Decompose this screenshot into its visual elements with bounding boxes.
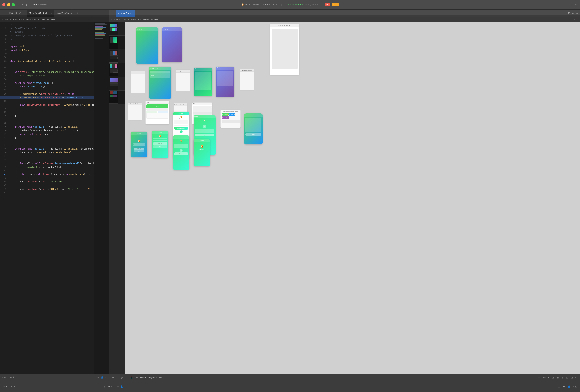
nav-fwd-icon[interactable]: ‹ [3, 12, 5, 14]
minimize-button[interactable] [7, 3, 10, 6]
status-person2-icon[interactable]: 👤 [568, 386, 571, 388]
code-line-6: 6 [0, 41, 94, 45]
minimap-content [94, 22, 109, 40]
minimap [94, 22, 109, 374]
breadcrumb-rootvc[interactable]: RootViewController [22, 18, 40, 20]
nav-controller-lower-left[interactable]: Navigation Controller [128, 102, 142, 121]
sb-bottom-icon5[interactable]: 📱 [129, 376, 134, 379]
scene-crumbs-logo[interactable]: Crumbs 🍞 Crumbs [194, 139, 210, 166]
scene-chat[interactable]: What type of strategy works for you? Agg… [220, 110, 241, 128]
storyboard-fwd1-icon[interactable]: ‹ [112, 12, 114, 14]
sb-zoom-out-icon[interactable]: − [537, 376, 540, 379]
status-grid-icon[interactable]: ⊞ [575, 386, 577, 388]
status-filter-icon2[interactable]: ⊞ [558, 386, 560, 388]
scene-content[interactable]: Content [162, 27, 182, 62]
thumbnail-4[interactable] [109, 63, 125, 77]
nav-back-icon[interactable]: ✕ [0, 12, 3, 14]
traffic-lights[interactable] [2, 3, 15, 6]
sb-bottom-icon3[interactable]: ◎ [120, 376, 123, 379]
nav-fwd2-icon[interactable]: › [5, 12, 7, 14]
person-icon[interactable]: 👤 [101, 376, 103, 379]
back-icon[interactable]: ‹ [18, 3, 20, 6]
sb-inspector-icon5[interactable]: □ [575, 376, 578, 379]
tab-storyboard-main[interactable]: ⊠ Main (Base) [116, 9, 135, 17]
scene-nav-top-right[interactable]: Navigation Controller [270, 24, 299, 75]
storyboard-canvas[interactable]: Update Content Navigation Controller [125, 22, 580, 374]
forward-icon[interactable]: › [21, 3, 24, 6]
sb-bottom-icon1[interactable]: ⊞ [111, 376, 115, 379]
sb-close-icon[interactable]: ✕ [576, 18, 578, 21]
scene-account-list[interactable]: Update Account Friends Withdraw Balance [149, 67, 171, 99]
close-button[interactable] [2, 3, 5, 6]
scene-update[interactable]: Update [136, 27, 158, 64]
status-filter-label[interactable]: Filter [107, 386, 112, 388]
thumbnail-1[interactable] [109, 22, 125, 36]
thumbnail-3[interactable] [109, 49, 125, 63]
breadcrumb-viewdidload[interactable]: viewDidLoad() [42, 18, 55, 20]
storyboard-back-icon[interactable]: ✕ [109, 12, 112, 14]
storyboard-icon2[interactable]: ≡ [572, 11, 574, 15]
status-filter-icon[interactable]: ⊞ [104, 386, 105, 388]
sb-inspector-icon3[interactable]: ⊞ [565, 376, 569, 379]
nav-controller-mid-left[interactable]: Nav [131, 71, 145, 93]
storyboard-fwd2-icon[interactable]: › [114, 12, 116, 14]
tab-mode-close[interactable]: ✕ [50, 12, 52, 14]
status-eye2-icon[interactable]: 👁 [117, 386, 119, 388]
scene-login-form[interactable]: Crumbs 🍞 Login → Sign Up [173, 135, 189, 170]
sidebar-toggle-icon[interactable]: ⊞ [25, 3, 28, 6]
sb-nav-back-icon[interactable]: ‹ [570, 18, 573, 21]
sb-inspector-icon2[interactable]: ⊞ [561, 376, 564, 379]
code-with-minimap: 1 // 2 // RootViewController.swift 3 // … [0, 22, 109, 374]
eye-icon[interactable]: 👁 [9, 377, 11, 379]
status-info-icon[interactable]: ℹ [14, 386, 15, 388]
sb-crumb-main-base[interactable]: Main (Base) [138, 18, 148, 20]
code-line-14: 14 var items = ["History", "Dashboard", … [0, 70, 94, 74]
sb-inspector-icon1[interactable]: ⊞ [556, 376, 560, 379]
maximize-button[interactable] [12, 3, 15, 6]
scene-login-1[interactable]: Crumbs 🍞 Sign Up Login [131, 132, 147, 157]
sb-bottom-icon2[interactable]: ℹ [116, 376, 118, 379]
scene-teal-mid[interactable]: Nav [194, 68, 212, 96]
add-tab-icon[interactable]: + [569, 3, 572, 6]
code-line-44: 44 cell.textLabel?.text = "\(name)" [0, 180, 94, 184]
sb-crumb-crumbs2[interactable]: Crumbs [122, 18, 129, 20]
code-line-16: 16 [0, 78, 94, 81]
info-icon[interactable]: ℹ [13, 376, 14, 379]
thumbnail-2[interactable] [109, 36, 125, 49]
scene-price-dashboard[interactable]: Nav $0.00 [145, 100, 169, 124]
filter-label[interactable]: Filter [95, 377, 99, 379]
tab-main-base-label: Main (Base) [9, 12, 21, 14]
thumbnail-5[interactable] [109, 77, 125, 91]
split-view-icon[interactable]: ⧉ [575, 3, 578, 6]
breadcrumb-crumbs2[interactable]: Crumbs [13, 18, 20, 20]
sb-bottom-icon4[interactable]: □ [125, 376, 128, 379]
sb-crumb-main[interactable]: Main [131, 18, 136, 20]
scene-bottom-right-gradient[interactable]: → Next [244, 113, 263, 144]
thumbnail-6[interactable] [109, 91, 125, 104]
storyboard-icon3[interactable]: ⊕ [576, 11, 579, 15]
scene-purple-mid[interactable]: Update [216, 67, 234, 97]
storyboard-icon1[interactable]: ⊞ [568, 11, 571, 15]
sb-crumb-crumbs1[interactable]: Crumbs [113, 18, 120, 20]
status-filter-label2[interactable]: Filter [561, 386, 566, 388]
scene-signup[interactable]: Crumbs 🍞 Sign Up Login [152, 131, 168, 158]
breadcrumb-crumbs1[interactable]: Crumbs [4, 18, 11, 20]
sb-fit-icon[interactable]: ⊞ [551, 376, 555, 379]
sb-nav-fwd-icon[interactable]: › [573, 18, 575, 21]
sb-inspector-icon4[interactable]: ⊞ [570, 376, 574, 379]
tab-main-base[interactable]: Main (Base) ✕ [7, 9, 27, 17]
status-share-icon[interactable]: ↗ [572, 386, 574, 388]
status-person-icon[interactable]: 👤 [120, 386, 123, 388]
tab-root-view-controller[interactable]: RootViewController ✕ [54, 9, 81, 17]
code-line-36: 36 indexPath: IndexPath) -> UITableViewC… [0, 151, 94, 154]
sb-zoom-in-icon[interactable]: + [547, 376, 550, 379]
title-bar-center: 🍞 BRYXBanner › iPhone 16 Pro | Clean Suc… [241, 3, 339, 6]
tab-root-close[interactable]: ✕ [77, 12, 79, 14]
status-eye-icon[interactable]: 👁 [11, 386, 13, 388]
tab-main-base-close[interactable]: ✕ [23, 12, 24, 14]
share-icon[interactable]: ↗ [105, 376, 107, 379]
nav-controller-mid-center[interactable]: Navigation Controller [176, 70, 190, 92]
code-editor[interactable]: 1 // 2 // RootViewController.swift 3 // … [0, 22, 94, 374]
tab-mode-view-controller[interactable]: ModeViewController ✕ [27, 9, 54, 17]
nav-controller-mid-right[interactable]: Navigation Controller [240, 69, 254, 91]
